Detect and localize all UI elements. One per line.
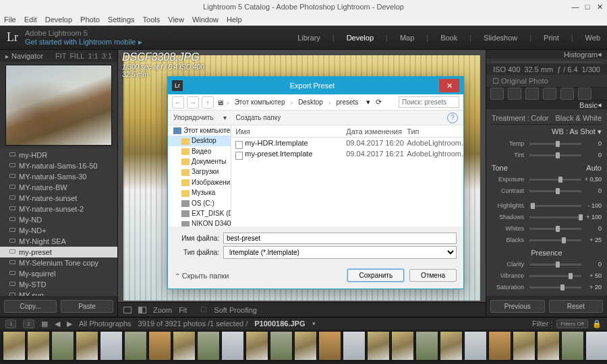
original-photo-toggle[interactable]: Original Photo xyxy=(501,77,548,85)
soft-proofing-toggle[interactable]: Soft Proofing xyxy=(214,306,257,314)
crumb-pc[interactable]: Этот компьютер xyxy=(232,98,288,106)
clarity-slider[interactable] xyxy=(529,264,581,266)
treatment-color[interactable]: Color xyxy=(531,114,548,122)
grad-filter-icon[interactable] xyxy=(543,88,556,100)
file-row[interactable]: my-HDR.lrtemplate09.04.2017 16:20AdobeLi… xyxy=(231,138,463,148)
saturation-slider[interactable] xyxy=(529,286,581,289)
highlights-slider[interactable] xyxy=(529,205,581,207)
vibrance-slider[interactable] xyxy=(529,275,581,277)
nav-back-icon[interactable]: ← xyxy=(172,96,184,109)
nav-opt-3:1[interactable]: 3:1 xyxy=(102,52,112,60)
contrast-slider[interactable] xyxy=(529,190,581,192)
filmstrip-thumb[interactable] xyxy=(440,331,463,361)
menu-develop[interactable]: Develop xyxy=(45,16,72,24)
preset-item[interactable]: My-STD xyxy=(0,279,117,290)
filmstrip-thumb[interactable] xyxy=(148,331,171,361)
filmstrip-thumb[interactable] xyxy=(294,331,317,361)
tree-node[interactable]: NIKON D3400 (G:) xyxy=(168,218,231,226)
preset-item[interactable]: MY-nature-sunset xyxy=(0,193,117,204)
blacks-slider[interactable] xyxy=(529,239,581,241)
histogram-header[interactable]: Histogram ◂ xyxy=(486,50,607,59)
redeye-tool-icon[interactable] xyxy=(525,88,539,100)
preset-item[interactable]: MY-nature-BW xyxy=(0,182,117,193)
nav-up-icon[interactable]: ↑ xyxy=(202,96,214,109)
filmstrip-thumbs[interactable] xyxy=(0,330,607,363)
filmstrip-thumb[interactable] xyxy=(415,331,438,361)
reset-button[interactable]: Reset xyxy=(549,300,604,313)
compare-view-icon[interactable] xyxy=(138,307,146,313)
tree-node[interactable]: EXT_DISK (D:) xyxy=(168,208,231,218)
filmstrip-thumb[interactable] xyxy=(124,331,147,361)
radial-filter-icon[interactable] xyxy=(560,88,574,100)
navigator-header[interactable]: ▸ Navigator FITFILL1:13:1 xyxy=(0,50,117,62)
filmstrip-thumb[interactable] xyxy=(51,331,74,361)
nav-opt-1:1[interactable]: 1:1 xyxy=(88,52,98,60)
dialog-search-input[interactable] xyxy=(399,96,459,108)
col-name[interactable]: Имя xyxy=(231,127,346,135)
preset-item[interactable]: MY-Selenium Tone copy xyxy=(0,257,117,268)
navigator-preview[interactable] xyxy=(5,65,112,146)
tree-node[interactable]: Видео xyxy=(168,146,231,156)
module-map[interactable]: Map xyxy=(400,34,414,42)
refresh-icon[interactable]: ⟳ xyxy=(376,98,382,107)
preset-item[interactable]: My-ND xyxy=(0,214,117,225)
shadows-slider[interactable] xyxy=(529,216,581,218)
back-icon[interactable]: ◀ xyxy=(55,320,60,328)
basic-panel-header[interactable]: Basic ◂ xyxy=(486,100,607,109)
preset-item[interactable]: MY-sun xyxy=(0,290,117,296)
preset-item[interactable]: MY-Night SEA xyxy=(0,236,117,247)
filmstrip-thumb[interactable] xyxy=(537,331,560,361)
menu-settings[interactable]: Settings xyxy=(108,16,135,24)
spot-tool-icon[interactable] xyxy=(508,88,521,100)
filmstrip-thumb[interactable] xyxy=(100,331,123,361)
menu-photo[interactable]: Photo xyxy=(80,16,100,24)
menu-window[interactable]: Window xyxy=(192,16,219,24)
module-print[interactable]: Print xyxy=(544,34,559,42)
filmstrip-thumb[interactable] xyxy=(367,331,390,361)
auto-tone-button[interactable]: Auto xyxy=(586,164,602,172)
menu-edit[interactable]: Edit xyxy=(24,16,37,24)
maximize-button[interactable]: □ xyxy=(581,1,594,12)
nav-opt-fill[interactable]: FILL xyxy=(69,52,84,60)
mobile-link[interactable]: Get started with Lightroom mobile ▸ xyxy=(25,38,142,46)
col-date[interactable]: Дата изменения xyxy=(346,127,407,135)
fit-label[interactable]: Fit xyxy=(179,306,187,314)
tint-slider[interactable] xyxy=(529,154,581,156)
temp-slider[interactable] xyxy=(529,143,581,145)
tree-node[interactable]: Музыка xyxy=(168,187,231,198)
grid-icon[interactable]: ▦ xyxy=(41,320,48,328)
menu-view[interactable]: View xyxy=(168,16,184,24)
module-slideshow[interactable]: Slideshow xyxy=(484,34,517,42)
preset-item[interactable]: my-HDR xyxy=(0,150,117,160)
tree-node[interactable]: Этот компьютер xyxy=(168,125,231,135)
tree-node[interactable]: Загрузки xyxy=(168,166,231,177)
filmstrip-thumb[interactable] xyxy=(513,331,536,361)
crumb-presets[interactable]: presets xyxy=(333,98,361,106)
loupe-view-icon[interactable] xyxy=(123,307,132,313)
cancel-button[interactable]: Отмена xyxy=(409,269,457,282)
close-button[interactable]: ✕ xyxy=(594,1,606,12)
filetype-select[interactable]: lrtemplate (*.lrtemplate) xyxy=(223,246,457,259)
file-row[interactable]: my-preset.lrtemplate09.04.2017 16:21Adob… xyxy=(231,148,463,159)
filmstrip-thumb[interactable] xyxy=(27,331,50,361)
preset-item[interactable]: My-squirrel xyxy=(0,268,117,279)
filmstrip-thumb[interactable] xyxy=(221,331,244,361)
nav-opt-fit[interactable]: FIT xyxy=(55,52,67,60)
filmstrip-thumb[interactable] xyxy=(245,331,268,361)
help-icon[interactable]: ? xyxy=(447,113,458,123)
preset-item[interactable]: MY-nature-sunset-2 xyxy=(0,204,117,214)
filmstrip-thumb[interactable] xyxy=(391,331,414,361)
filmstrip-thumb[interactable] xyxy=(3,331,26,361)
source-label[interactable]: All Photographs xyxy=(79,320,132,328)
menu-tools[interactable]: Tools xyxy=(143,16,161,24)
nav-fwd-icon[interactable]: → xyxy=(187,96,199,109)
monitor-2[interactable]: 2 xyxy=(23,320,34,328)
dialog-close-button[interactable]: ✕ xyxy=(439,79,459,92)
preset-item[interactable]: MY-natural-Sams-30 xyxy=(0,171,117,182)
module-library[interactable]: Library xyxy=(297,34,320,42)
filmstrip-thumb[interactable] xyxy=(343,331,366,361)
new-folder-button[interactable]: Создать папку xyxy=(236,114,281,121)
module-web[interactable]: Web xyxy=(585,34,600,42)
filename-input[interactable] xyxy=(223,233,457,244)
filmstrip-thumb[interactable] xyxy=(76,331,98,361)
